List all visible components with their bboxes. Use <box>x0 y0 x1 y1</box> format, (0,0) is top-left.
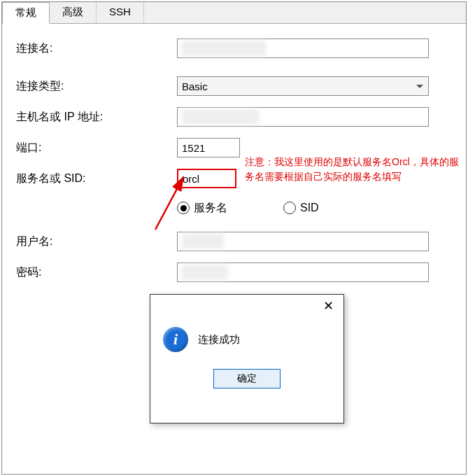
radio-dot-icon <box>177 202 190 214</box>
label-connection-name: 连接名: <box>16 41 177 56</box>
tab-advanced[interactable]: 高级 <box>50 2 97 23</box>
success-dialog: ✕ i 连接成功 确定 <box>150 294 344 424</box>
host-input[interactable] <box>177 107 429 127</box>
username-input[interactable] <box>177 232 429 251</box>
dialog-close-button[interactable]: ✕ <box>318 298 338 314</box>
dialog-ok-button[interactable]: 确定 <box>213 369 281 388</box>
password-input[interactable] <box>177 262 429 282</box>
label-service-sid: 服务名或 SID: <box>16 172 177 186</box>
service-name-input[interactable] <box>177 169 236 188</box>
label-host: 主机名或 IP 地址: <box>16 110 177 125</box>
tab-bar: 常规 高级 SSH <box>2 2 466 24</box>
radio-service-label: 服务名 <box>194 201 227 216</box>
dialog-message: 连接成功 <box>198 333 240 346</box>
port-input[interactable] <box>177 138 240 158</box>
label-username: 用户名: <box>16 234 177 249</box>
annotation-note: 注意：我这里使用的是默认服务名Orcl，具体的服务名需要根据自己实际的服务名填写 <box>245 155 462 184</box>
connection-type-select[interactable]: Basic <box>177 76 429 96</box>
tab-ssh[interactable]: SSH <box>97 2 144 23</box>
label-connection-type: 连接类型: <box>16 79 177 94</box>
info-icon: i <box>163 327 188 352</box>
label-port: 端口: <box>16 141 177 155</box>
radio-sid[interactable]: SID <box>283 201 319 216</box>
radio-sid-label: SID <box>300 202 319 214</box>
connection-name-input[interactable] <box>177 38 429 58</box>
connection-type-value: Basic <box>182 80 208 92</box>
radio-empty-icon <box>283 202 296 214</box>
close-icon: ✕ <box>323 298 334 314</box>
label-password: 密码: <box>16 265 177 280</box>
radio-service-name[interactable]: 服务名 <box>177 201 227 216</box>
tab-general[interactable]: 常规 <box>2 2 50 24</box>
